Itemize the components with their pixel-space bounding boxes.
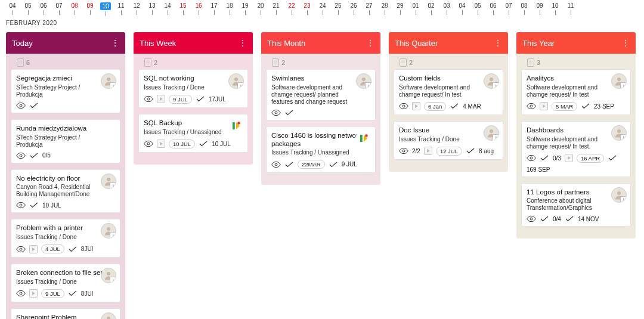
column-menu-icon[interactable]: ⋮	[494, 38, 502, 48]
ruler-tick-mark	[385, 10, 385, 15]
date-pill[interactable]: 9 JUL	[169, 95, 192, 104]
date-pill[interactable]: 12 JUL	[436, 147, 462, 156]
ruler-day[interactable]: 06	[36, 2, 51, 15]
ruler-day[interactable]: 21	[268, 2, 284, 15]
play-button[interactable]	[29, 245, 38, 253]
avatar[interactable]: i	[101, 73, 116, 89]
column-body: 2Custom fieldsSoftware development and c…	[389, 54, 508, 172]
ruler-day[interactable]: 05	[470, 2, 485, 15]
ruler-day[interactable]: 18	[222, 2, 237, 15]
avatar[interactable]: i	[484, 125, 499, 141]
avatar[interactable]: i	[611, 73, 627, 89]
card[interactable]: SQL BackupIssues Tracking / Unassigned10…	[138, 114, 248, 153]
card[interactable]: Problem with a printerIssues Tracking / …	[11, 219, 120, 258]
card[interactable]: SQL not workingIssues Tracking / Donei9 …	[138, 69, 248, 108]
card[interactable]: Runda miedzydzialowaSTech Strategy Proje…	[11, 119, 120, 163]
ruler-day[interactable]: 16	[191, 2, 206, 15]
card[interactable]: DashboardsSoftware development and chamg…	[521, 121, 631, 177]
play-button[interactable]	[424, 147, 432, 155]
ruler-day[interactable]: 11	[113, 2, 129, 15]
app-logo-icon	[228, 118, 244, 134]
avatar[interactable]: i	[228, 73, 244, 89]
date-pill[interactable]: 10 JUL	[169, 140, 195, 148]
play-button[interactable]	[157, 140, 165, 148]
ruler-day[interactable]: 14	[160, 2, 175, 15]
ruler-day[interactable]: 19	[237, 2, 253, 15]
ruler-tick-mark	[44, 10, 44, 15]
file-icon	[400, 58, 407, 67]
ruler-day[interactable]: 12	[129, 2, 144, 15]
ruler-day[interactable]: 08	[67, 2, 82, 15]
column-menu-icon[interactable]: ⋮	[621, 38, 630, 48]
ruler-day[interactable]: 27	[361, 2, 377, 15]
ruler-day[interactable]: 06	[485, 2, 501, 15]
play-button[interactable]	[412, 102, 420, 110]
date-pill[interactable]: 4 JUL	[41, 244, 64, 253]
date-pill[interactable]: 5 MAR	[552, 102, 577, 111]
card[interactable]: Sharepoint ProblemIssues Tracking / Done…	[11, 308, 120, 319]
column-menu-icon[interactable]: ⋮	[111, 38, 119, 48]
ruler-day[interactable]: 24	[315, 2, 330, 15]
ruler-day[interactable]: 29	[392, 2, 408, 15]
ruler-day[interactable]: 05	[20, 2, 36, 15]
avatar[interactable]: i	[611, 125, 627, 141]
ruler-day[interactable]: 10	[547, 2, 563, 15]
ruler-day[interactable]: 23	[299, 2, 315, 15]
ruler-day[interactable]: 20	[253, 2, 268, 15]
card[interactable]: 11 Logos of partnersConference about dig…	[521, 183, 631, 227]
ruler-day[interactable]: 04	[5, 2, 20, 15]
column-today: Today⋮6Segregacja zmieciSTech Strategy P…	[6, 32, 125, 319]
date-pill[interactable]: 16 APR	[577, 154, 604, 163]
play-button[interactable]	[540, 102, 548, 110]
date-ruler[interactable]: 0405060708091011121314151617181920212223…	[0, 0, 644, 16]
date-pill[interactable]: 6 Jan	[424, 102, 446, 111]
ruler-day[interactable]: 09	[532, 2, 547, 15]
play-button[interactable]	[565, 154, 573, 162]
ruler-day[interactable]: 09	[82, 2, 98, 15]
ruler-day[interactable]: 25	[330, 2, 346, 15]
ruler-day[interactable]: 07	[501, 2, 516, 15]
ruler-day[interactable]: 11	[563, 2, 578, 15]
card[interactable]: Cisco 1460 is lossing network packagesIs…	[266, 126, 376, 174]
ruler-day[interactable]: 04	[454, 2, 470, 15]
card[interactable]: SwimlanesSoftware development and chamge…	[266, 69, 376, 120]
card[interactable]: No electricity on floorCanyon Road 4, Re…	[11, 169, 120, 213]
avatar[interactable]: i	[101, 268, 116, 283]
ruler-day-label: 27	[366, 2, 372, 9]
ruler-day[interactable]: 02	[423, 2, 439, 15]
ruler-tick-mark	[59, 10, 60, 15]
avatar[interactable]: i	[356, 73, 371, 89]
ruler-tick-mark	[261, 10, 261, 15]
ruler-day-label: 09	[86, 2, 93, 9]
card[interactable]: Segregacja zmieciSTech Strategy Project …	[11, 69, 120, 113]
play-button[interactable]	[157, 95, 165, 103]
ruler-day[interactable]: 08	[516, 2, 532, 15]
column-menu-icon[interactable]: ⋮	[366, 38, 374, 48]
date-pill[interactable]: 9 JUL	[41, 289, 64, 298]
check-icon	[450, 103, 459, 110]
ruler-day[interactable]: 28	[377, 2, 392, 15]
card[interactable]: Doc IssueIssues Tracking / Donei2/212 JU…	[394, 121, 503, 160]
ruler-day[interactable]: 22	[284, 2, 299, 15]
card[interactable]: Custom fieldsSoftware development and ch…	[394, 69, 503, 115]
ruler-day[interactable]: 07	[51, 2, 67, 15]
ruler-day[interactable]: 17	[206, 2, 222, 15]
ruler-tick-mark	[152, 10, 153, 15]
column-menu-icon[interactable]: ⋮	[239, 38, 247, 48]
card[interactable]: AnalitycsSoftware development and chamge…	[521, 69, 631, 115]
ruler-day[interactable]: 10	[98, 2, 113, 16]
ruler-day[interactable]: 26	[346, 2, 361, 15]
card[interactable]: Broken connection to file serverIssues T…	[11, 264, 120, 302]
avatar[interactable]: i	[101, 174, 116, 189]
avatar[interactable]: i	[611, 187, 627, 203]
avatar[interactable]: i	[484, 73, 499, 89]
ruler-day[interactable]: 01	[408, 2, 423, 15]
ruler-day[interactable]: 03	[439, 2, 454, 15]
ruler-day[interactable]: 13	[144, 2, 160, 15]
column-week: This Week⋮2SQL not workingIssues Trackin…	[134, 32, 253, 165]
ruler-day-label: 04	[9, 2, 16, 9]
ruler-day-label: 05	[474, 2, 481, 9]
date-pill[interactable]: 22MAR	[298, 160, 325, 169]
ruler-day[interactable]: 15	[175, 2, 191, 15]
play-button[interactable]	[29, 289, 38, 298]
